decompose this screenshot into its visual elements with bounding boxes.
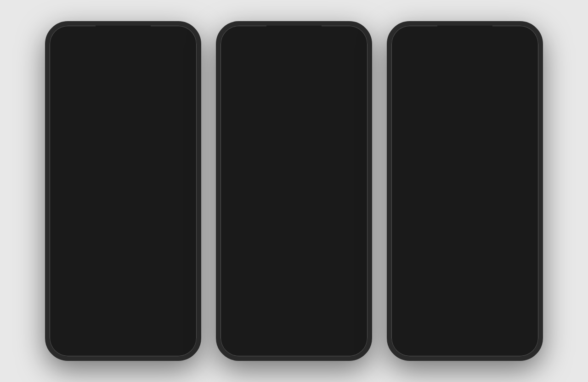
contact-item[interactable]: John Clover Adult [232, 110, 356, 140]
signal-icon-1 [161, 33, 169, 38]
home-indicator-1 [100, 352, 146, 354]
status-icons-3: ▲ [503, 32, 529, 39]
people-icon [61, 83, 75, 94]
home-indicator-3 [442, 352, 488, 354]
feature-desc-1: Choose someone you trust to have access … [82, 92, 186, 117]
phone2-subtitle: Choose someone you trust to have access … [232, 79, 356, 98]
svg-point-11 [458, 81, 463, 86]
svg-rect-6 [68, 136, 69, 138]
phone3-buttons: Continue [402, 317, 527, 353]
wifi-icon-1: ▲ [170, 32, 175, 39]
feature-desc-3: Pass down your photos, videos, notes, do… [82, 190, 186, 215]
next-label: Next [345, 45, 360, 53]
svg-point-1 [68, 84, 73, 89]
contact-label: Adult [263, 126, 335, 132]
wifi-icon-3: ▲ [512, 32, 517, 39]
legacy-icon-container [449, 65, 481, 97]
cloud-icon [466, 65, 481, 80]
phone3-body2: The data in your account may include pho… [402, 177, 527, 234]
signal-icon-3 [503, 33, 510, 38]
phone3-title: Access to Your Digital Legacy [402, 105, 527, 133]
cancel-button[interactable]: Cancel [228, 45, 251, 53]
phone-1: 10:54 ▲ Legacy Contact [45, 21, 201, 361]
feature-item-2: Share your access key Your legacy contac… [61, 128, 186, 170]
phone2-title: Add Legacy Contact [232, 60, 356, 74]
home-indicator-2 [271, 352, 317, 354]
phone1-buttons: Add Legacy Contact Not Now [61, 302, 186, 349]
battery-icon-3 [519, 33, 529, 38]
feature-title-2: Share your access key [82, 128, 186, 135]
status-icons-2: ▲ [332, 32, 358, 39]
continue-button[interactable]: Continue [402, 317, 527, 340]
time-1: 10:54 [59, 31, 76, 39]
svg-rect-7 [65, 188, 71, 189]
notch-2 [266, 26, 322, 39]
learn-more-link[interactable]: Learn more... [402, 243, 527, 251]
legacy-icon-area [402, 65, 527, 97]
phone-screen-3: 10:55 ▲ ‹ Back [391, 26, 538, 356]
back-chevron-icon: ‹ [399, 45, 401, 54]
svg-point-14 [473, 70, 477, 74]
feature-desc-2: Your legacy contact will need to provide… [82, 137, 186, 170]
feature-title-1: Add someone you trust [82, 83, 186, 90]
notch-1 [96, 26, 151, 39]
feature-item-3: Pass down your digital legacy Pass down … [61, 181, 186, 215]
phone3-body1: As your legacy contact, John will be abl… [402, 140, 527, 169]
not-now-button[interactable]: Not Now [61, 330, 186, 342]
feature-item-1: Add someone you trust Choose someone you… [61, 83, 186, 117]
add-legacy-contact-button[interactable]: Add Legacy Contact [61, 302, 186, 325]
file-icon [61, 181, 75, 195]
radio-button[interactable] [340, 120, 350, 129]
key-icon [61, 128, 75, 141]
feature-title-3: Pass down your digital legacy [82, 181, 186, 188]
phone3-nav: ‹ Back [391, 41, 538, 58]
svg-point-10 [245, 120, 251, 126]
contact-info: John Clover Adult [263, 118, 335, 132]
notch-3 [437, 26, 492, 39]
svg-point-0 [64, 84, 68, 89]
feature-text-3: Pass down your digital legacy Pass down … [82, 181, 186, 215]
time-3: 10:55 [401, 31, 418, 39]
phone-2: 10:55 ▲ Cancel Next Add Legacy Contact C… [216, 21, 372, 361]
wifi-icon-2: ▲ [341, 32, 346, 39]
phone2-nav: Cancel Next [220, 41, 368, 56]
phone-screen-1: 10:54 ▲ Legacy Contact [50, 26, 197, 356]
back-button[interactable]: Back [403, 45, 420, 54]
phone-screen-2: 10:55 ▲ Cancel Next Add Legacy Contact C… [220, 26, 368, 356]
phone1-title: Legacy Contact [61, 56, 186, 70]
svg-point-3 [67, 131, 69, 134]
feature-text-1: Add someone you trust Choose someone you… [82, 83, 186, 117]
choose-else-area: Choose Someone Else [232, 140, 356, 162]
status-icons-1: ▲ [161, 32, 187, 39]
feature-list: Add someone you trust Choose someone you… [61, 83, 186, 302]
battery-icon-2 [348, 33, 358, 38]
svg-rect-5 [68, 138, 70, 139]
phone1-screen-content: Legacy Contact Add someone you trust [50, 41, 197, 356]
battery-icon-1 [177, 33, 187, 38]
signal-icon-2 [332, 33, 339, 38]
phone3-screen-content: Access to Your Digital Legacy As your le… [391, 58, 538, 356]
choose-someone-else-button[interactable]: Choose Someone Else [238, 147, 309, 155]
contact-name: John Clover [263, 118, 335, 126]
feature-text-2: Share your access key Your legacy contac… [82, 128, 186, 170]
time-2: 10:55 [230, 31, 247, 39]
phone-3: 10:55 ▲ ‹ Back [387, 21, 543, 361]
phone2-screen-content: Add Legacy Contact Choose someone you tr… [220, 56, 368, 356]
svg-rect-8 [65, 190, 69, 191]
contact-card: John Clover Adult Choose Someone Else [232, 109, 356, 162]
contact-avatar [238, 115, 258, 135]
